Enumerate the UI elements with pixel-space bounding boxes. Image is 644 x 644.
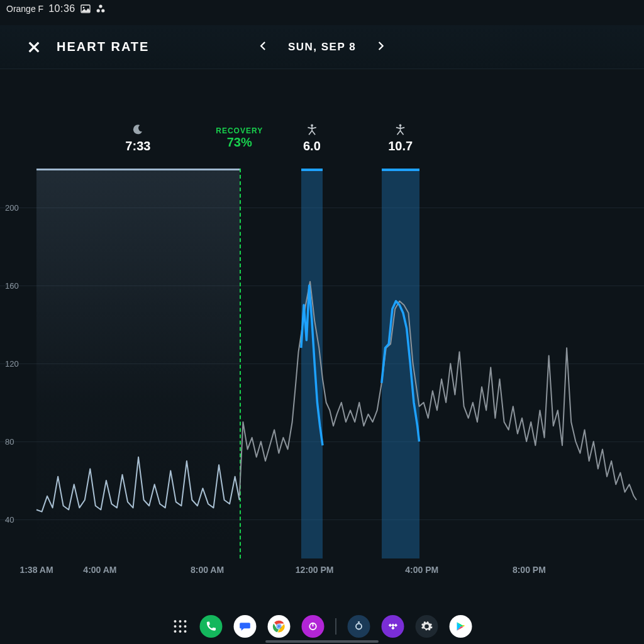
play-store-app-icon[interactable] <box>450 615 472 638</box>
phone-app-icon[interactable] <box>200 615 223 638</box>
power-app-icon[interactable] <box>302 615 325 638</box>
sleep-marker[interactable]: 7:33 <box>125 123 150 153</box>
home-indicator <box>265 640 379 643</box>
activity1-value: 6.0 <box>303 139 321 153</box>
picture-icon <box>80 4 91 14</box>
heart-rate-chart[interactable]: 4080120160200 <box>0 169 644 558</box>
moon-icon <box>125 123 150 136</box>
settings-app-icon[interactable] <box>416 615 438 638</box>
svg-point-3 <box>96 9 99 12</box>
x-axis-ticks: 1:38 AM4:00 AM8:00 AM12:00 PM4:00 PM8:00… <box>0 565 644 580</box>
date-navigator: SUN, SEP 8 <box>258 40 386 54</box>
app-drawer-button[interactable] <box>172 618 189 635</box>
svg-point-2 <box>99 4 102 8</box>
svg-point-1 <box>82 7 84 9</box>
svg-point-5 <box>311 125 313 127</box>
svg-point-6 <box>399 125 402 127</box>
dock-separator <box>336 618 336 635</box>
x-tick: 4:00 AM <box>83 565 116 575</box>
svg-point-4 <box>101 9 104 12</box>
svg-rect-17 <box>394 623 397 626</box>
x-tick: 8:00 AM <box>191 565 224 575</box>
carrier-label: Orange F <box>6 4 43 14</box>
sleep-value: 7:33 <box>125 139 150 153</box>
recovery-marker[interactable]: RECOVERY 73% <box>216 126 263 150</box>
prev-day-button[interactable] <box>258 40 269 54</box>
page-title: HEART RATE <box>57 40 149 54</box>
hr-line-svg <box>0 169 644 558</box>
status-clock: 10:36 <box>48 3 75 14</box>
date-label: SUN, SEP 8 <box>288 41 356 53</box>
x-tick: 8:00 PM <box>513 565 546 575</box>
x-tick: 1:38 AM <box>19 565 53 575</box>
person-icon <box>388 123 413 136</box>
close-button[interactable] <box>25 38 43 56</box>
android-status-bar: Orange F 10:36 <box>0 0 644 18</box>
svg-point-10 <box>277 625 280 628</box>
x-tick: 4:00 PM <box>405 565 438 575</box>
cluster-icon <box>96 4 106 14</box>
person-icon <box>303 123 321 136</box>
x-tick: 12:00 PM <box>296 565 334 575</box>
android-dock <box>172 615 472 638</box>
svg-point-13 <box>356 624 362 630</box>
app-header: HEART RATE SUN, SEP 8 <box>0 25 644 69</box>
recovery-label: RECOVERY <box>216 126 263 135</box>
messages-app-icon[interactable] <box>234 615 257 638</box>
activity2-marker[interactable]: 10.7 <box>388 123 413 153</box>
svg-rect-18 <box>391 626 394 630</box>
tidal-app-icon[interactable] <box>382 615 404 638</box>
next-day-button[interactable] <box>375 40 386 54</box>
activity2-value: 10.7 <box>388 139 413 153</box>
recovery-value: 73% <box>216 135 263 150</box>
activity1-marker[interactable]: 6.0 <box>303 123 321 153</box>
oura-app-icon[interactable] <box>348 615 370 638</box>
chrome-app-icon[interactable] <box>268 615 291 638</box>
chart-markers: 7:33 RECOVERY 73% 6.0 10.7 <box>0 123 644 168</box>
